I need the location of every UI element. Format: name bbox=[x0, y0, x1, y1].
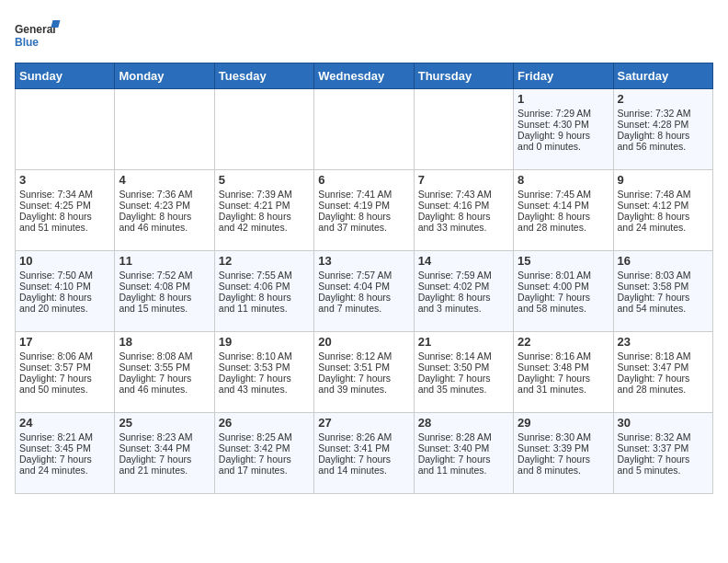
day-info-line: and 17 minutes. bbox=[219, 465, 310, 476]
day-info-line: and 39 minutes. bbox=[318, 384, 409, 395]
day-info-line: Sunrise: 7:52 AM bbox=[119, 270, 210, 281]
day-info-line: Daylight: 7 hours bbox=[19, 454, 110, 465]
day-info-line: Sunset: 3:57 PM bbox=[19, 362, 110, 373]
day-info-line: and 28 minutes. bbox=[518, 222, 609, 233]
day-info-line: Sunrise: 8:23 AM bbox=[119, 431, 210, 442]
day-number: 14 bbox=[418, 254, 509, 268]
day-number: 19 bbox=[219, 335, 310, 349]
day-info-line: Sunset: 4:25 PM bbox=[19, 200, 110, 211]
day-number: 3 bbox=[19, 173, 110, 187]
col-header-tuesday: Tuesday bbox=[214, 63, 313, 89]
day-info-line: Sunset: 4:08 PM bbox=[119, 281, 210, 292]
day-info-line: Sunrise: 8:01 AM bbox=[518, 270, 609, 281]
day-info-line: Sunrise: 8:30 AM bbox=[518, 431, 609, 442]
day-info-line: and 14 minutes. bbox=[318, 465, 409, 476]
day-info-line: Sunset: 3:58 PM bbox=[618, 281, 709, 292]
day-info-line: and 24 minutes. bbox=[618, 222, 709, 233]
day-info-line: Sunset: 4:04 PM bbox=[318, 281, 409, 292]
day-info-line: Daylight: 8 hours bbox=[418, 211, 509, 222]
day-info-line: Daylight: 8 hours bbox=[119, 211, 210, 222]
calendar-header-row: SundayMondayTuesdayWednesdayThursdayFrid… bbox=[16, 63, 713, 89]
day-info-line: Sunrise: 7:41 AM bbox=[318, 189, 409, 200]
day-info-line: Sunset: 3:42 PM bbox=[219, 442, 310, 454]
calendar-cell bbox=[414, 89, 513, 170]
calendar-cell: 26Sunrise: 8:25 AMSunset: 3:42 PMDayligh… bbox=[214, 413, 313, 494]
logo: General Blue bbox=[15, 18, 61, 55]
calendar-table: SundayMondayTuesdayWednesdayThursdayFrid… bbox=[15, 63, 713, 494]
day-number: 23 bbox=[618, 335, 709, 349]
day-info-line: Daylight: 8 hours bbox=[518, 211, 609, 222]
col-header-thursday: Thursday bbox=[414, 63, 513, 89]
day-info-line: and 58 minutes. bbox=[518, 303, 609, 314]
day-number: 4 bbox=[119, 173, 210, 187]
day-info-line: Daylight: 7 hours bbox=[618, 454, 709, 465]
day-info-line: Sunset: 3:55 PM bbox=[119, 362, 210, 373]
header: General Blue bbox=[15, 15, 713, 55]
day-info-line: Daylight: 7 hours bbox=[618, 292, 709, 303]
day-info-line: and 33 minutes. bbox=[418, 222, 509, 233]
day-number: 12 bbox=[219, 254, 310, 268]
day-info-line: Sunrise: 7:45 AM bbox=[518, 189, 609, 200]
day-info-line: and 24 minutes. bbox=[19, 465, 110, 476]
day-info-line: and 15 minutes. bbox=[119, 303, 210, 314]
svg-text:General: General bbox=[15, 23, 56, 36]
calendar-cell: 22Sunrise: 8:16 AMSunset: 3:48 PMDayligh… bbox=[514, 332, 613, 413]
calendar-cell: 13Sunrise: 7:57 AMSunset: 4:04 PMDayligh… bbox=[314, 251, 414, 332]
day-number: 26 bbox=[219, 416, 310, 430]
day-info-line: and 11 minutes. bbox=[418, 465, 509, 476]
day-info-line: Sunset: 4:23 PM bbox=[119, 200, 210, 211]
day-number: 7 bbox=[418, 173, 509, 187]
col-header-sunday: Sunday bbox=[16, 63, 115, 89]
calendar-cell: 16Sunrise: 8:03 AMSunset: 3:58 PMDayligh… bbox=[613, 251, 712, 332]
calendar-cell: 12Sunrise: 7:55 AMSunset: 4:06 PMDayligh… bbox=[214, 251, 313, 332]
day-info-line: Sunrise: 7:36 AM bbox=[119, 189, 210, 200]
day-info-line: Sunrise: 8:21 AM bbox=[19, 431, 110, 442]
day-info-line: Daylight: 8 hours bbox=[119, 292, 210, 303]
day-info-line: Sunrise: 7:39 AM bbox=[219, 189, 310, 200]
day-info-line: Sunrise: 8:12 AM bbox=[318, 350, 409, 362]
day-info-line: Daylight: 7 hours bbox=[219, 454, 310, 465]
svg-marker-2 bbox=[51, 20, 60, 28]
calendar-cell: 10Sunrise: 7:50 AMSunset: 4:10 PMDayligh… bbox=[16, 251, 115, 332]
day-info-line: Daylight: 7 hours bbox=[318, 454, 409, 465]
day-info-line: Sunset: 3:39 PM bbox=[518, 442, 609, 454]
calendar-cell: 3Sunrise: 7:34 AMSunset: 4:25 PMDaylight… bbox=[16, 170, 115, 251]
calendar-cell: 19Sunrise: 8:10 AMSunset: 3:53 PMDayligh… bbox=[214, 332, 313, 413]
day-info-line: Daylight: 7 hours bbox=[219, 373, 310, 384]
calendar-cell bbox=[16, 89, 115, 170]
day-info-line: Sunset: 3:40 PM bbox=[418, 442, 509, 454]
day-info-line: and 5 minutes. bbox=[618, 465, 709, 476]
day-info-line: Sunrise: 8:14 AM bbox=[418, 350, 509, 362]
calendar-cell: 25Sunrise: 8:23 AMSunset: 3:44 PMDayligh… bbox=[115, 413, 214, 494]
calendar-cell: 5Sunrise: 7:39 AMSunset: 4:21 PMDaylight… bbox=[214, 170, 313, 251]
day-info-line: Sunset: 4:30 PM bbox=[518, 119, 609, 130]
day-info-line: Sunrise: 7:29 AM bbox=[518, 108, 609, 119]
calendar-cell: 11Sunrise: 7:52 AMSunset: 4:08 PMDayligh… bbox=[115, 251, 214, 332]
day-info-line: Daylight: 7 hours bbox=[119, 454, 210, 465]
day-number: 9 bbox=[618, 173, 709, 187]
day-info-line: Sunset: 4:21 PM bbox=[219, 200, 310, 211]
day-info-line: Sunset: 4:02 PM bbox=[418, 281, 509, 292]
day-info-line: Sunset: 3:53 PM bbox=[219, 362, 310, 373]
day-info-line: and 3 minutes. bbox=[418, 303, 509, 314]
day-info-line: and 46 minutes. bbox=[119, 384, 210, 395]
day-info-line: and 8 minutes. bbox=[518, 465, 609, 476]
day-info-line: and 37 minutes. bbox=[318, 222, 409, 233]
day-info-line: Daylight: 7 hours bbox=[618, 373, 709, 384]
day-info-line: Daylight: 8 hours bbox=[219, 211, 310, 222]
calendar-week-row: 1Sunrise: 7:29 AMSunset: 4:30 PMDaylight… bbox=[16, 89, 713, 170]
day-info-line: Sunset: 3:50 PM bbox=[418, 362, 509, 373]
day-info-line: Daylight: 8 hours bbox=[19, 211, 110, 222]
day-info-line: Daylight: 8 hours bbox=[318, 211, 409, 222]
day-number: 15 bbox=[518, 254, 609, 268]
day-info-line: and 43 minutes. bbox=[219, 384, 310, 395]
day-number: 20 bbox=[318, 335, 409, 349]
day-info-line: Sunset: 3:47 PM bbox=[618, 362, 709, 373]
day-info-line: Sunset: 4:12 PM bbox=[618, 200, 709, 211]
day-info-line: Daylight: 7 hours bbox=[418, 454, 509, 465]
calendar-cell: 28Sunrise: 8:28 AMSunset: 3:40 PMDayligh… bbox=[414, 413, 513, 494]
day-info-line: Sunset: 4:14 PM bbox=[518, 200, 609, 211]
day-info-line: Daylight: 7 hours bbox=[518, 292, 609, 303]
day-info-line: Sunrise: 7:32 AM bbox=[618, 108, 709, 119]
day-info-line: Sunrise: 8:10 AM bbox=[219, 350, 310, 362]
